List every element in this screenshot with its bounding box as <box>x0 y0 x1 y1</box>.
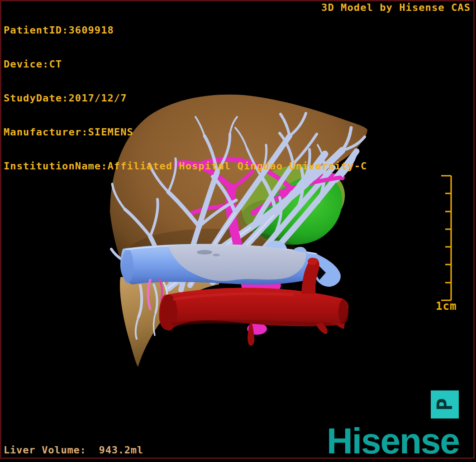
scale-bar-label: 1cm <box>436 301 457 312</box>
hisense-logo: Hisense <box>327 423 459 459</box>
aorta-branch-cap <box>308 258 318 265</box>
patient-id-line: PatientID:3609918 <box>4 24 367 36</box>
viewer-title: 3D Model by Hisense CAS <box>321 2 471 13</box>
aorta-stub <box>335 323 345 329</box>
aorta-right-shade <box>338 299 348 324</box>
institution-line: InstitutionName:Affiliated Hospital Qing… <box>4 160 367 172</box>
ivc-overlay-mark <box>197 250 212 255</box>
study-date-line: StudyDate:2017/12/7 <box>4 92 367 104</box>
medical-3d-viewer: { "header": { "lines": [ "PatientID:3609… <box>0 0 476 462</box>
liver-volume-readout: Liver Volume:943.2ml <box>4 444 143 456</box>
orientation-marker-posterior: P <box>431 390 459 419</box>
ivc-overlay-mark <box>213 254 220 256</box>
liver-volume-label: Liver Volume: <box>4 444 86 456</box>
liver-volume-value: 943.2ml <box>99 444 143 456</box>
orientation-letter: P <box>434 398 455 411</box>
scale-bar <box>441 176 451 300</box>
ivc-cap-shade <box>122 249 133 284</box>
device-line: Device:CT <box>4 58 367 70</box>
manufacturer-line: Manufacturer:SIEMENS <box>4 126 367 138</box>
patient-info-block: PatientID:3609918 Device:CT StudyDate:20… <box>4 2 367 183</box>
